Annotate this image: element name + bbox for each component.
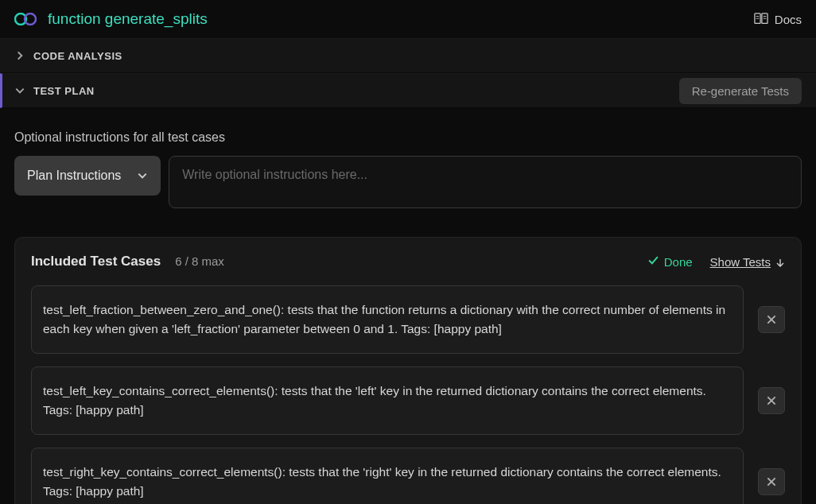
panel-count: 6 / 8 max bbox=[175, 254, 224, 268]
page-title: function generate_splits bbox=[48, 10, 208, 28]
show-tests-link[interactable]: Show Tests bbox=[710, 255, 785, 269]
remove-test-button[interactable] bbox=[758, 468, 785, 495]
dropdown-label: Plan Instructions bbox=[27, 169, 121, 183]
chevron-down-icon bbox=[137, 170, 148, 181]
tests-list: test_left_fraction_between_zero_and_one(… bbox=[31, 285, 785, 504]
test-plan-label: TEST PLAN bbox=[33, 85, 95, 97]
book-icon bbox=[754, 13, 768, 25]
check-icon bbox=[647, 254, 659, 269]
chevron-right-icon bbox=[14, 50, 25, 61]
header-left: function generate_splits bbox=[14, 10, 208, 28]
header-bar: function generate_splits Docs bbox=[0, 0, 816, 38]
remove-test-button[interactable] bbox=[758, 387, 785, 414]
test-row: test_left_fraction_between_zero_and_one(… bbox=[31, 285, 785, 354]
docs-link[interactable]: Docs bbox=[754, 13, 802, 26]
content-area: Optional instructions for all test cases… bbox=[0, 108, 816, 504]
test-row: test_right_key_contains_correct_elements… bbox=[31, 448, 785, 504]
section-test-plan[interactable]: TEST PLAN Re-generate Tests bbox=[0, 73, 816, 108]
done-label: Done bbox=[664, 255, 693, 269]
panel-header: Included Test Cases 6 / 8 max Done Show … bbox=[31, 254, 785, 269]
instructions-input[interactable] bbox=[169, 156, 802, 208]
included-tests-panel: Included Test Cases 6 / 8 max Done Show … bbox=[14, 237, 802, 504]
instructions-row: Plan Instructions bbox=[14, 156, 802, 208]
chevron-down-icon bbox=[14, 85, 25, 96]
test-row: test_left_key_contains_correct_elements(… bbox=[31, 366, 785, 435]
instructions-label: Optional instructions for all test cases bbox=[14, 130, 802, 145]
regenerate-tests-button[interactable]: Re-generate Tests bbox=[679, 78, 802, 104]
docs-label: Docs bbox=[775, 13, 802, 26]
test-case-card[interactable]: test_left_key_contains_correct_elements(… bbox=[31, 366, 744, 435]
arrow-down-icon bbox=[775, 257, 785, 266]
plan-instructions-dropdown[interactable]: Plan Instructions bbox=[14, 156, 161, 196]
code-analysis-label: CODE ANALYSIS bbox=[33, 50, 122, 62]
app-logo-icon bbox=[14, 13, 37, 25]
panel-title: Included Test Cases bbox=[31, 254, 161, 269]
section-code-analysis[interactable]: CODE ANALYSIS bbox=[0, 38, 816, 73]
test-case-card[interactable]: test_right_key_contains_correct_elements… bbox=[31, 448, 744, 504]
show-tests-label: Show Tests bbox=[710, 255, 771, 269]
remove-test-button[interactable] bbox=[758, 306, 785, 333]
test-case-card[interactable]: test_left_fraction_between_zero_and_one(… bbox=[31, 285, 744, 354]
status-done: Done bbox=[647, 254, 693, 269]
